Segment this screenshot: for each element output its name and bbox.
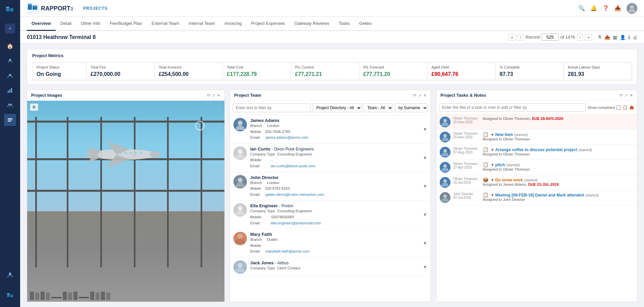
task-due-0: DUE 28-NOV-2020 <box>532 117 564 121</box>
tasks-refresh-icon[interactable]: ⟳ <box>620 93 623 98</box>
member-avatar-james <box>233 118 247 131</box>
metrics-grid: Project Status On Going Total Fee £270,0… <box>32 62 632 80</box>
task-content-5: 📋 ▼ Meeting [08-FEB-19] Daniel and Mark … <box>483 192 634 202</box>
metric-label-pl-current: P/L Current <box>295 65 355 69</box>
record-prev-btn[interactable]: ‹ <box>518 34 524 41</box>
team-sort-select[interactable]: by Surname <box>395 103 428 112</box>
member-name-james: James Adams <box>250 118 419 123</box>
task-title-2[interactable]: Arrange coffee to discuss potential proj… <box>495 147 577 152</box>
task-item-1: Olivier Thomson 25-Nov-2020 📋 ▼ New Item… <box>436 130 637 145</box>
person-icon[interactable]: 👤 <box>620 35 626 40</box>
filter-icon[interactable]: ⚗ <box>597 35 602 40</box>
metric-label-aged-debt: Aged Debt <box>431 65 491 69</box>
member-expand-ella[interactable]: ▼ <box>423 212 427 217</box>
task-item-0: Olivier Thomson 25-Nov-2020 Assigned to … <box>436 115 637 130</box>
image-settings-button[interactable]: ⚙ <box>30 103 38 111</box>
tasks-add-icon[interactable]: 📋 <box>623 105 628 110</box>
member-avatar-jack <box>233 260 247 274</box>
member-expand-jack[interactable]: ▼ <box>423 264 427 270</box>
record-first-btn[interactable]: « <box>508 34 516 41</box>
add-button[interactable]: + <box>5 24 15 34</box>
tasks-export-icon[interactable]: 📤 <box>629 105 634 110</box>
tab-nav: Overview Detail Other Info Fee/Budget Pl… <box>20 17 644 31</box>
tab-invoicing[interactable]: Invoicing <box>220 17 246 31</box>
member-expand-ian[interactable]: ▼ <box>423 155 427 161</box>
refresh-icon[interactable]: ⟳ <box>207 93 210 98</box>
team-refresh-icon[interactable]: ⟳ <box>413 93 417 98</box>
task-date-1: 25-Nov-2020 <box>453 135 480 139</box>
member-name-jack: Jack Jones - Airbus <box>250 260 419 265</box>
team-filter-input[interactable] <box>233 103 311 112</box>
show-completed-checkbox[interactable] <box>616 105 621 110</box>
tab-other-info[interactable]: Other Info <box>76 17 105 31</box>
team-expand-icon[interactable]: ⤢ <box>418 93 422 98</box>
help-icon[interactable]: ❓ <box>602 5 609 11</box>
svg-point-14 <box>9 273 11 275</box>
project-images-header: Project Images ⟳ ⤢ ✕ <box>27 90 224 101</box>
notifications-icon[interactable]: 🔔 <box>590 5 597 11</box>
sidebar-item-home[interactable]: 🏠 <box>4 40 16 52</box>
task-title-3[interactable]: pitch <box>495 163 505 167</box>
sidebar-item-chart[interactable] <box>4 84 16 96</box>
task-title-5[interactable]: Meeting [08-FEB-19] Daniel and Mark atte… <box>495 193 584 198</box>
member-expand-john[interactable]: ▼ <box>423 183 427 189</box>
tab-project-expenses[interactable]: Project Expenses <box>246 17 289 31</box>
member-expand-mary[interactable]: ▼ <box>423 240 427 246</box>
member-email-ian[interactable]: ian.curtis@dixon-pook.com <box>271 164 315 168</box>
member-email-ella[interactable]: ella.engineer@protonmail.com <box>271 221 321 225</box>
tab-tasks[interactable]: Tasks <box>334 17 355 31</box>
member-expand-james[interactable]: ▼ <box>423 127 427 132</box>
tasks-filter-input[interactable] <box>439 103 586 112</box>
task-person-1: Olivier Thomson <box>453 132 480 135</box>
record-number-input[interactable] <box>542 34 558 41</box>
sidebar-item-user[interactable] <box>4 269 16 281</box>
expand-icon[interactable]: ⤢ <box>212 93 215 98</box>
tasks-close-icon[interactable]: ✕ <box>630 93 633 98</box>
record-next-btn[interactable]: › <box>577 34 583 41</box>
metric-value-fee: £270,000.00 <box>91 71 150 77</box>
tab-detail[interactable]: Detail <box>56 17 76 31</box>
tab-external-team[interactable]: External Team <box>147 17 184 31</box>
metric-label-invoiced: Total Invoiced <box>159 65 218 69</box>
record-last-btn[interactable]: » <box>585 34 592 41</box>
task-date-3: 27-Apr-2020 <box>453 166 480 169</box>
sidebar-item-contact[interactable] <box>4 70 16 82</box>
tab-gateway-reviews[interactable]: Gateway Reviews <box>290 17 334 31</box>
grid-icon[interactable]: ▦ <box>613 35 617 40</box>
record-toolbar-icons: ⚗ 📤 ▦ 👤 ℹ 🖨 <box>597 35 637 40</box>
team-directory-select[interactable]: Project Directory - All <box>313 103 362 112</box>
tab-gekko[interactable]: Gekko <box>355 17 377 31</box>
task-title-1[interactable]: New Item <box>495 132 513 137</box>
svg-point-50 <box>443 149 447 152</box>
team-close-icon[interactable]: ✕ <box>423 93 427 98</box>
team-team-select[interactable]: Team - All <box>364 103 393 112</box>
sidebar-item-projects[interactable] <box>4 114 16 126</box>
sidebar-item-people[interactable] <box>4 55 16 67</box>
close-icon[interactable]: ✕ <box>217 93 220 98</box>
member-email-mary[interactable]: maryfaith.faith@acme.com <box>266 249 310 253</box>
print-icon[interactable]: 🖨 <box>633 35 637 40</box>
member-name-mary: Mary Faith <box>250 232 419 237</box>
task-doc-icon-4: 📦 <box>483 177 488 182</box>
member-email-john[interactable]: gekko.demo@cubic-interactive.com <box>266 192 324 196</box>
search-icon[interactable]: 🔍 <box>578 5 585 11</box>
tab-internal-team[interactable]: Internal Team <box>184 17 220 31</box>
metric-value-pl-forecast: £77,771.20 <box>363 71 423 77</box>
task-subtitle-0: Assigned to Olivier Thomson, DUE 28-NOV-… <box>483 117 634 121</box>
member-email-james[interactable]: james.adams@acme.com <box>266 135 308 139</box>
sidebar-item-group[interactable] <box>4 99 16 111</box>
member-info-john: John Director Branch London Mobile 020 8… <box>250 175 419 198</box>
task-avatar-3 <box>440 162 450 173</box>
tasks-expand-icon[interactable]: ⤢ <box>625 93 628 98</box>
export-icon[interactable]: 📤 <box>604 35 610 40</box>
task-date-2: 07-Aug-2020 <box>453 150 480 154</box>
task-title-4[interactable]: Do some work <box>495 178 523 182</box>
top-header: RAPPORT3 PROJECTS 🔍 🔔 ❓ 📥 <box>20 0 644 17</box>
metric-value-aged-debt: £90,647.76 <box>431 71 491 77</box>
inbox-icon[interactable]: 📥 <box>614 5 621 11</box>
tab-fee-budget[interactable]: Fee/Budget Plan <box>105 17 147 31</box>
tab-overview[interactable]: Overview <box>27 17 56 31</box>
user-avatar[interactable] <box>627 3 637 14</box>
metric-labour-days: Actual Labour Days 281.93 <box>564 62 632 80</box>
info-icon[interactable]: ℹ <box>628 35 630 40</box>
